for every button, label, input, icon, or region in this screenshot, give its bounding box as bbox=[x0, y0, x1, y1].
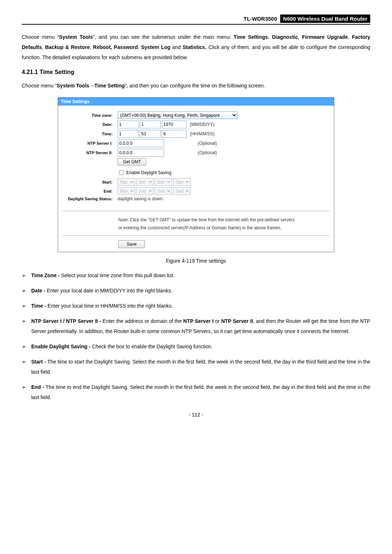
list-item: ➢ NTP Server I / NTP Server II - Enter t… bbox=[22, 316, 370, 336]
page-number: - 112 - bbox=[22, 412, 370, 418]
t: NTP Server II bbox=[221, 318, 253, 324]
t: Date - bbox=[31, 288, 45, 294]
t: NTP Server I bbox=[183, 318, 214, 324]
list-item: ➢ Enable Daylight Saving - Check the box… bbox=[22, 341, 370, 352]
t: ", and you can see the submenus under th… bbox=[93, 34, 234, 40]
list-item: ➢ Date - Enter your local date in MM/DD/… bbox=[22, 286, 370, 296]
note-line-2: or entering the customized server(IP Add… bbox=[118, 224, 328, 232]
end-day-select[interactable]: Sun bbox=[155, 187, 172, 195]
date-day-input[interactable] bbox=[140, 120, 161, 128]
bullet-arrow-icon: ➢ bbox=[22, 341, 31, 352]
label-date: Date: bbox=[62, 122, 118, 127]
model-label: TL-WDR3500 bbox=[244, 16, 277, 22]
t: Enter your local date in MM/DD/YY into t… bbox=[45, 288, 172, 294]
note-line-1: Note: Click the "GET GMT" to update the … bbox=[118, 216, 328, 224]
enable-ds-label: Enable Daylight Saving bbox=[126, 170, 171, 175]
t: and bbox=[170, 44, 183, 50]
list-item: ➢ End - The time to end the Daylight Sav… bbox=[22, 382, 370, 402]
ntp1-input[interactable] bbox=[118, 139, 164, 147]
panel-title: Time Settings bbox=[58, 98, 334, 106]
t: Backup & Restore bbox=[45, 44, 90, 50]
t: Check the box to enable the Daylight Sav… bbox=[90, 344, 212, 349]
intro-paragraph-2: Choose menu "System Tools→Time Setting",… bbox=[22, 81, 370, 91]
t: System Tools bbox=[57, 83, 89, 89]
t: , bbox=[90, 44, 93, 50]
label-start: Start: bbox=[62, 180, 118, 184]
t: Reboot, Password bbox=[93, 44, 138, 50]
start-week-select[interactable]: 3rd bbox=[136, 178, 154, 186]
t: Firmware Upgrade bbox=[302, 34, 348, 40]
t: Statistics. bbox=[183, 44, 207, 50]
bullet-arrow-icon: ➢ bbox=[22, 301, 31, 311]
section-heading: 4.21.1 Time Setting bbox=[22, 69, 370, 75]
t: ", and then you can configure the time o… bbox=[125, 83, 265, 89]
t: Time - bbox=[31, 303, 46, 309]
t: Select your local time zone from this pu… bbox=[60, 272, 175, 278]
t: , bbox=[298, 34, 302, 40]
list-item: ➢ Time - Enter your local time in HH/MM/… bbox=[22, 301, 370, 311]
t: Diagnostic bbox=[272, 34, 298, 40]
t: System Tools bbox=[59, 34, 93, 40]
note-block: Note: Click the "GET GMT" to update the … bbox=[62, 211, 330, 235]
t: Enable Daylight Saving - bbox=[31, 344, 90, 349]
ds-status-text: daylight saving is down. bbox=[118, 196, 164, 201]
enable-ds-checkbox[interactable] bbox=[119, 170, 124, 175]
page-header: TL-WDR3500 N600 Wireless Dual Band Route… bbox=[22, 15, 370, 25]
t: System Log bbox=[141, 44, 171, 50]
end-week-select[interactable]: 2nd bbox=[136, 187, 154, 195]
date-month-input[interactable] bbox=[118, 120, 139, 128]
bullet-arrow-icon: ➢ bbox=[22, 286, 31, 296]
label-ntp1: NTP Server I: bbox=[62, 141, 118, 145]
ntp2-input[interactable] bbox=[118, 149, 164, 157]
start-month-select[interactable]: Mar bbox=[118, 178, 135, 186]
t: Choose menu " bbox=[22, 83, 57, 89]
ntp1-optional: (Optional) bbox=[198, 141, 217, 146]
date-format-hint: (MM/DD/YY) bbox=[190, 122, 215, 127]
figure-caption: Figure 4-119 Time settings bbox=[22, 258, 370, 264]
bullet-arrow-icon: ➢ bbox=[22, 382, 31, 402]
time-settings-screenshot: Time Settings Time zone: (GMT+08:00) Bei… bbox=[58, 97, 334, 252]
t: , bbox=[42, 44, 45, 50]
t: NTP Server I / NTP Server II - bbox=[31, 318, 101, 324]
label-time: Time: bbox=[62, 132, 118, 136]
save-button[interactable]: Save bbox=[118, 240, 145, 248]
timezone-select[interactable]: (GMT+08:00) Beijing, Hong Kong, Perth, S… bbox=[118, 111, 237, 119]
t: The time to end the Daylight Saving. Sel… bbox=[31, 384, 370, 400]
date-year-input[interactable] bbox=[162, 120, 187, 128]
arrow-icon: → bbox=[89, 83, 94, 89]
list-item: ➢ Start - The time to start the Daylight… bbox=[22, 357, 370, 377]
t: Enter your local time in HH/MM/SS into t… bbox=[46, 303, 173, 309]
list-item: ➢ Time Zone - Select your local time zon… bbox=[22, 270, 370, 280]
intro-paragraph: Choose menu "System Tools", and you can … bbox=[22, 32, 370, 62]
end-month-select[interactable]: Nov bbox=[118, 187, 135, 195]
t: The time to start the Daylight Saving. S… bbox=[31, 359, 370, 375]
bullet-arrow-icon: ➢ bbox=[22, 357, 31, 377]
t: End - bbox=[31, 384, 44, 390]
label-end: End: bbox=[62, 189, 118, 193]
t: , bbox=[268, 34, 272, 40]
label-ntp2: NTP Server II: bbox=[62, 151, 118, 155]
t: Start - bbox=[31, 359, 46, 365]
time-format-hint: (HH/MM/SS) bbox=[190, 131, 215, 136]
start-time-select[interactable]: 2am bbox=[173, 178, 191, 186]
product-label: N600 Wireless Dual Band Router bbox=[280, 15, 370, 23]
time-ss-input[interactable] bbox=[162, 130, 187, 138]
time-hh-input[interactable] bbox=[118, 130, 139, 138]
start-day-select[interactable]: Sun bbox=[155, 178, 172, 186]
label-ds-status: Daylight Saving Status: bbox=[62, 197, 118, 201]
t: Time Setting bbox=[94, 83, 125, 89]
bullet-arrow-icon: ➢ bbox=[22, 270, 31, 280]
time-mm-input[interactable] bbox=[140, 130, 161, 138]
bullet-arrow-icon: ➢ bbox=[22, 316, 31, 336]
t: Choose menu " bbox=[22, 34, 59, 40]
label-timezone: Time zone: bbox=[62, 113, 118, 118]
get-gmt-button[interactable]: Get GMT bbox=[118, 158, 146, 165]
t: Time Settings bbox=[234, 34, 268, 40]
t: or bbox=[214, 318, 221, 324]
t: Time Zone - bbox=[31, 272, 60, 278]
t: Enter the address or domain of the bbox=[101, 318, 183, 324]
end-time-select[interactable]: 3am bbox=[173, 187, 191, 195]
ntp2-optional: (Optional) bbox=[198, 150, 217, 155]
t: , bbox=[138, 44, 141, 50]
t: , bbox=[348, 34, 352, 40]
